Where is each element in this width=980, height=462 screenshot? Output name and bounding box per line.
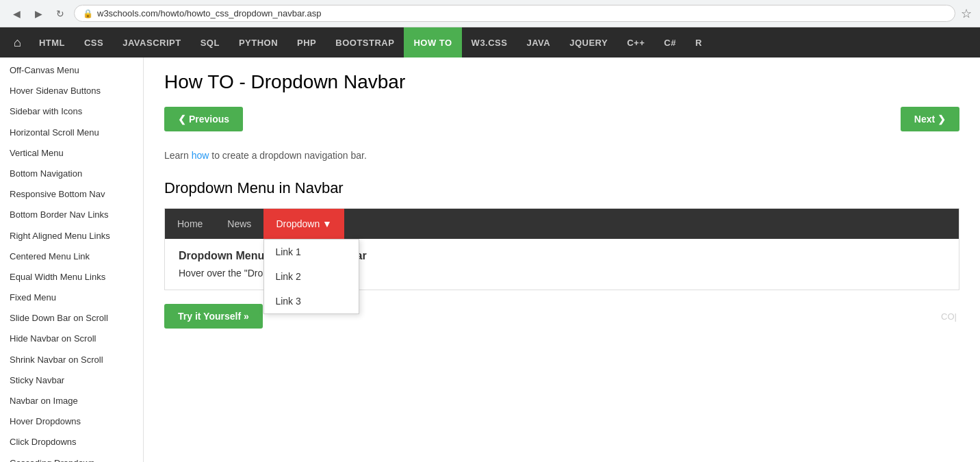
sidebar-item-hover-sidenav[interactable]: Hover Sidenav Buttons xyxy=(0,81,143,101)
sidebar-item-click-dropdowns[interactable]: Click Dropdowns xyxy=(0,432,143,452)
sidebar-item-responsive-bottom[interactable]: Responsive Bottom Nav xyxy=(0,184,143,205)
topnav-css[interactable]: CSS xyxy=(75,27,113,57)
topnav-w3css[interactable]: W3.CSS xyxy=(462,27,517,57)
page-title: How TO - Dropdown Navbar xyxy=(164,71,959,93)
sidebar-item-navbar-image[interactable]: Navbar on Image xyxy=(0,391,143,411)
topnav-php[interactable]: PHP xyxy=(287,27,326,57)
back-button[interactable]: ◀ xyxy=(8,5,25,22)
address-bar[interactable]: 🔒 w3schools.com/howto/howto_css_dropdown… xyxy=(74,5,955,22)
url-text: w3schools.com/howto/howto_css_dropdown_n… xyxy=(97,8,321,18)
sidebar-item-right-aligned[interactable]: Right Aligned Menu Links xyxy=(0,226,143,246)
sidebar-item-cascading[interactable]: Cascading Dropdown xyxy=(0,453,143,462)
lock-icon: 🔒 xyxy=(83,9,93,18)
dropdown-link-2[interactable]: Link 2 xyxy=(264,264,359,289)
demo-navbar: Home News Dropdown ▼ Link 1 Link 2 Link … xyxy=(165,209,959,239)
topnav-javascript[interactable]: JAVASCRIPT xyxy=(113,27,190,57)
top-navbar: ⌂ HTML CSS JAVASCRIPT SQL PYTHON PHP BOO… xyxy=(0,27,980,57)
topnav-sql[interactable]: SQL xyxy=(191,27,229,57)
sidebar: Off-Canvas Menu Hover Sidenav Buttons Si… xyxy=(0,57,144,462)
dropdown-menu: Link 1 Link 2 Link 3 xyxy=(263,239,359,314)
content-area: How TO - Dropdown Navbar ❮ Previous Next… xyxy=(144,57,980,462)
topnav-java[interactable]: JAVA xyxy=(517,27,560,57)
dropdown-label: Dropdown ▼ xyxy=(276,218,332,229)
next-button[interactable]: Next ❯ xyxy=(901,107,959,131)
description-text: Learn how to create a dropdown navigatio… xyxy=(164,148,959,163)
topnav-python[interactable]: PYTHON xyxy=(229,27,287,57)
topnav-r[interactable]: R xyxy=(686,27,712,57)
topnav-cpp[interactable]: C++ xyxy=(617,27,654,57)
sidebar-item-equal-width[interactable]: Equal Width Menu Links xyxy=(0,267,143,287)
sidebar-item-fixed-menu[interactable]: Fixed Menu xyxy=(0,287,143,308)
dropdown-link-3[interactable]: Link 3 xyxy=(264,289,359,313)
section-title: Dropdown Menu in Navbar xyxy=(164,179,959,197)
demo-box: Home News Dropdown ▼ Link 1 Link 2 Link … xyxy=(164,208,959,290)
dropdown-toggle[interactable]: Dropdown ▼ xyxy=(263,209,344,239)
topnav-bootstrap[interactable]: BOOTSTRAP xyxy=(326,27,404,57)
dropdown-wrapper: Dropdown ▼ Link 1 Link 2 Link 3 xyxy=(263,209,344,239)
sidebar-item-horizontal-scroll[interactable]: Horizontal Scroll Menu xyxy=(0,123,143,143)
dropdown-link-1[interactable]: Link 1 xyxy=(264,240,359,264)
refresh-button[interactable]: ↻ xyxy=(52,5,68,22)
topnav-html[interactable]: HTML xyxy=(29,27,75,57)
sidebar-item-hover-dropdowns[interactable]: Hover Dropdowns xyxy=(0,411,143,432)
sidebar-item-hide-navbar[interactable]: Hide Navbar on Scroll xyxy=(0,329,143,349)
forward-button[interactable]: ▶ xyxy=(30,5,47,22)
corner-text: CO| xyxy=(938,309,959,324)
sidebar-item-slide-down[interactable]: Slide Down Bar on Scroll xyxy=(0,308,143,329)
sidebar-item-sticky-navbar[interactable]: Sticky Navbar xyxy=(0,370,143,391)
sidebar-item-sidebar-icons[interactable]: Sidebar with Icons xyxy=(0,101,143,122)
sidebar-item-centered-menu[interactable]: Centered Menu Link xyxy=(0,246,143,267)
bookmark-button[interactable]: ☆ xyxy=(961,6,972,21)
previous-button[interactable]: ❮ Previous xyxy=(164,107,243,131)
home-button[interactable]: ⌂ xyxy=(5,27,29,57)
browser-chrome: ◀ ▶ ↻ 🔒 w3schools.com/howto/howto_css_dr… xyxy=(0,0,980,27)
main-layout: Off-Canvas Menu Hover Sidenav Buttons Si… xyxy=(0,57,980,462)
sidebar-item-vertical-menu[interactable]: Vertical Menu xyxy=(0,143,143,164)
sidebar-item-shrink-navbar[interactable]: Shrink Navbar on Scroll xyxy=(0,350,143,370)
sidebar-item-offcanvas[interactable]: Off-Canvas Menu xyxy=(0,60,143,81)
topnav-jquery[interactable]: JQUERY xyxy=(560,27,617,57)
demo-news-link[interactable]: News xyxy=(215,209,263,239)
nav-buttons: ❮ Previous Next ❯ xyxy=(164,107,959,131)
try-it-button[interactable]: Try it Yourself » xyxy=(164,304,263,329)
topnav-csharp[interactable]: C# xyxy=(654,27,686,57)
sidebar-item-bottom-border[interactable]: Bottom Border Nav Links xyxy=(0,205,143,225)
demo-home-link[interactable]: Home xyxy=(165,209,215,239)
topnav-howto[interactable]: HOW TO xyxy=(404,27,461,57)
how-link[interactable]: how xyxy=(192,150,209,161)
sidebar-item-bottom-nav[interactable]: Bottom Navigation xyxy=(0,164,143,184)
